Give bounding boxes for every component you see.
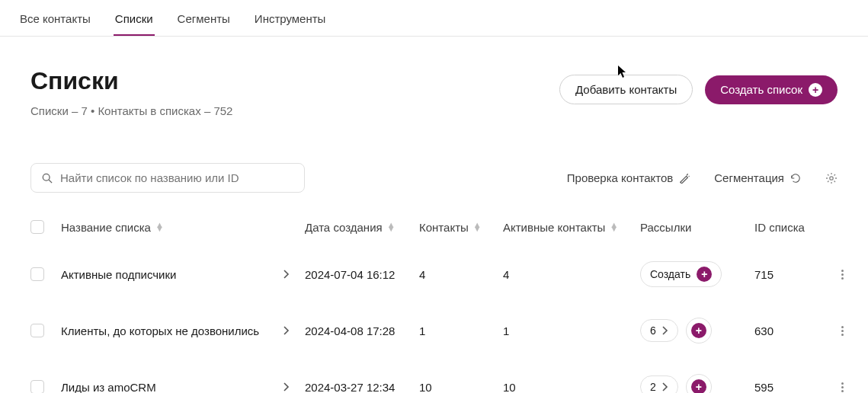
active-count: 1 (503, 324, 640, 337)
create-campaign-button[interactable]: Создать+ (640, 261, 722, 287)
row-checkbox[interactable] (30, 324, 44, 337)
row-checkbox[interactable] (30, 267, 44, 281)
create-list-label: Создать список (720, 83, 802, 96)
tab-lists[interactable]: Списки (114, 8, 155, 36)
verify-label: Проверка контактов (567, 171, 674, 184)
col-contacts[interactable]: Контакты▲▼ (419, 221, 503, 234)
col-created[interactable]: Дата создания▲▼ (305, 221, 419, 234)
header-actions: Добавить контакты Создать список + (559, 75, 838, 104)
col-created-label: Дата создания (305, 221, 383, 234)
col-name[interactable]: Название списка▲▼ (61, 221, 305, 234)
col-active-label: Активные контакты (503, 221, 605, 234)
col-active[interactable]: Активные контакты▲▼ (503, 221, 640, 234)
tab-tools[interactable]: Инструменты (253, 8, 328, 36)
campaigns-cell: 6 + (640, 318, 754, 343)
table-header: Название списка▲▼ Дата создания▲▼ Контак… (30, 208, 838, 246)
list-name: Активные подписчики (61, 268, 176, 281)
search-box[interactable] (30, 163, 305, 193)
col-campaigns-label: Рассылки (640, 221, 691, 234)
campaigns-count: 6 (650, 324, 656, 337)
segmentation-label: Сегментация (714, 171, 784, 184)
row-name-cell[interactable]: Лиды из amoCRM (61, 381, 305, 394)
list-id: 715 (754, 268, 831, 281)
svg-point-3 (689, 175, 690, 176)
verify-contacts-button[interactable]: Проверка контактов (567, 171, 690, 184)
add-campaign-button[interactable]: + (686, 318, 712, 343)
lists-table: Название списка▲▼ Дата создания▲▼ Контак… (0, 208, 868, 393)
svg-point-4 (830, 176, 833, 179)
page-title: Списки (30, 67, 232, 95)
created-date: 2024-04-08 17:28 (305, 324, 419, 337)
plus-icon: + (697, 267, 712, 282)
list-id: 595 (754, 381, 831, 394)
list-name: Лиды из amoCRM (61, 381, 156, 394)
sort-icon: ▲▼ (387, 223, 396, 231)
campaigns-cell: 2 + (640, 374, 754, 393)
sort-icon: ▲▼ (155, 223, 164, 231)
list-name: Клиенты, до которых не дозвонились (61, 324, 259, 337)
sort-icon: ▲▼ (473, 223, 482, 231)
sort-icon: ▲▼ (610, 223, 618, 231)
contacts-count: 4 (419, 268, 503, 281)
table-row: Клиенты, до которых не дозвонились 2024-… (30, 302, 838, 359)
plus-icon: + (691, 379, 706, 393)
contacts-count: 1 (419, 324, 503, 337)
select-all-checkbox[interactable] (30, 220, 44, 234)
right-controls: Проверка контактов Сегментация (567, 171, 838, 184)
chevron-right-icon (283, 382, 290, 391)
table-row: Лиды из amoCRM 2024-03-27 12:34 10 10 2 … (30, 359, 838, 393)
header-left: Списки Списки – 7 • Контакты в списках –… (30, 67, 232, 117)
row-menu-button[interactable] (831, 326, 854, 336)
page-subtitle: Списки – 7 • Контакты в списках – 752 (30, 104, 232, 117)
col-id: ID списка (754, 221, 831, 234)
chevron-right-icon (662, 382, 668, 391)
create-list-button[interactable]: Создать список + (705, 75, 838, 104)
campaigns-count-button[interactable]: 6 (640, 319, 678, 342)
tab-segments[interactable]: Сегменты (176, 8, 232, 36)
active-count: 4 (503, 268, 640, 281)
chevron-right-icon (662, 326, 668, 335)
chevron-right-icon (283, 270, 290, 279)
list-id: 630 (754, 324, 831, 337)
add-contacts-button[interactable]: Добавить контакты (559, 75, 693, 104)
wand-icon (679, 173, 690, 184)
col-name-label: Название списка (61, 221, 151, 234)
campaigns-count: 2 (650, 381, 656, 393)
svg-point-2 (687, 174, 688, 174)
row-name-cell[interactable]: Клиенты, до которых не дозвонились (61, 324, 305, 337)
page-header: Списки Списки – 7 • Контакты в списках –… (0, 37, 868, 117)
chevron-right-icon (283, 326, 290, 335)
row-checkbox[interactable] (30, 380, 44, 393)
gear-icon (825, 172, 838, 184)
svg-point-0 (43, 174, 50, 181)
settings-button[interactable] (825, 172, 838, 184)
campaigns-count-button[interactable]: 2 (640, 375, 678, 393)
row-menu-button[interactable] (831, 270, 854, 280)
search-input[interactable] (60, 171, 293, 184)
segmentation-button[interactable]: Сегментация (714, 171, 801, 184)
contacts-count: 10 (419, 381, 503, 394)
active-count: 10 (503, 381, 640, 394)
svg-line-1 (49, 180, 52, 183)
search-icon (42, 173, 53, 184)
create-label: Создать (650, 268, 690, 280)
created-date: 2024-03-27 12:34 (305, 381, 419, 394)
created-date: 2024-07-04 16:12 (305, 268, 419, 281)
col-id-label: ID списка (754, 221, 805, 234)
nav-tabs: Все контакты Списки Сегменты Инструменты (0, 0, 868, 37)
table-row: Активные подписчики 2024-07-04 16:12 4 4… (30, 246, 838, 302)
row-name-cell[interactable]: Активные подписчики (61, 268, 305, 281)
add-campaign-button[interactable]: + (686, 374, 712, 393)
plus-icon: + (691, 323, 706, 338)
row-menu-button[interactable] (831, 382, 854, 392)
plus-icon: + (809, 83, 822, 97)
col-campaigns: Рассылки (640, 221, 754, 234)
toolbar: Проверка контактов Сегментация (0, 117, 868, 208)
col-contacts-label: Контакты (419, 221, 469, 234)
tab-all-contacts[interactable]: Все контакты (18, 8, 92, 36)
refresh-icon (790, 173, 801, 184)
